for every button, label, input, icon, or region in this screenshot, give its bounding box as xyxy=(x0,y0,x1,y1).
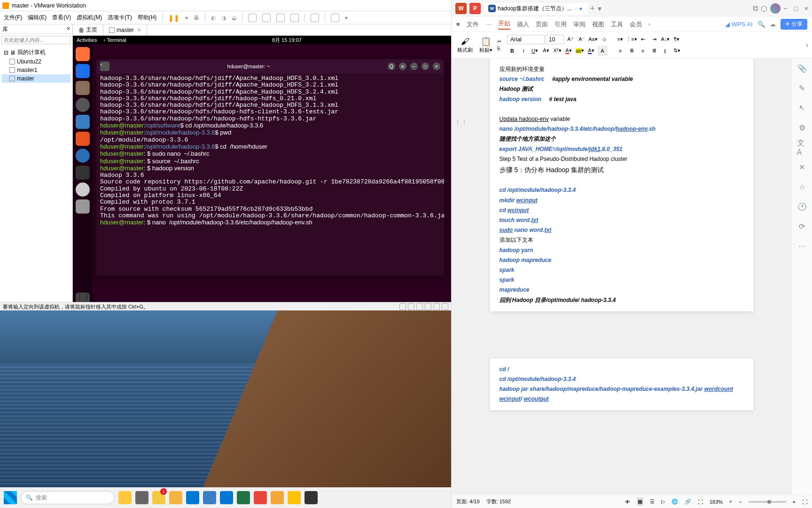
console-icon[interactable] xyxy=(311,14,319,22)
tab-home[interactable]: 主页 xyxy=(73,24,103,35)
change-case-icon[interactable]: Aa▾ xyxy=(588,34,598,45)
line-spacing-icon[interactable]: ⇅▾ xyxy=(671,46,682,56)
terminal-icon[interactable] xyxy=(76,166,90,180)
shading-button[interactable]: A xyxy=(597,46,608,56)
taskbar-search[interactable]: 🔍搜索 xyxy=(21,491,115,504)
italic-button[interactable]: I xyxy=(518,46,529,56)
bookmark-icon[interactable]: 📎 xyxy=(797,63,807,73)
clock-icon[interactable]: 🕐 xyxy=(797,201,807,212)
zoom-in-icon[interactable]: + xyxy=(793,499,796,505)
terminal-window[interactable]: ▫ hduser@master: ~ Q ≡ − □ × hadoop-3.3.… xyxy=(96,59,444,276)
minimize-icon[interactable]: − xyxy=(783,5,787,12)
sync-icon[interactable]: ⟳ xyxy=(797,221,807,231)
align-center-icon[interactable]: ≣ xyxy=(626,46,637,56)
terminal-menu-icon[interactable]: ▫ xyxy=(100,62,109,71)
files-icon[interactable] xyxy=(76,81,90,95)
tree-item-master1[interactable]: master1 xyxy=(2,66,70,74)
more-icon[interactable]: ⋯ xyxy=(485,21,492,28)
taskbar-app-icon[interactable] xyxy=(304,491,318,504)
word-count[interactable]: 字数: 1592 xyxy=(486,498,511,505)
indent-icon[interactable]: ⇥ xyxy=(649,34,659,45)
bold-button[interactable]: B xyxy=(507,46,517,56)
pause-icon[interactable]: ❚❚ xyxy=(168,14,180,22)
start-button[interactable] xyxy=(4,491,17,504)
snapshot-icon[interactable]: 🖶 xyxy=(194,15,199,21)
document-page[interactable]: 应用新的环境变量 source ~/.bashrc #apply environ… xyxy=(490,58,753,311)
software-icon[interactable] xyxy=(76,132,90,146)
taskbar-app-icon[interactable] xyxy=(254,491,267,504)
wps-pdf-icon[interactable]: P xyxy=(469,3,481,14)
tab-master[interactable]: master× xyxy=(103,24,147,35)
distribute-icon[interactable]: ⫿ xyxy=(660,46,671,56)
copy-icon[interactable]: ⎘ xyxy=(497,46,501,51)
document-tab[interactable]: Whadoop集群搭建（三节点）...○● xyxy=(484,3,587,15)
align-left-icon[interactable]: ≡ xyxy=(615,46,625,56)
paste-icon[interactable]: 📋 xyxy=(481,36,491,47)
show-marks-icon[interactable]: ¶▾ xyxy=(671,34,682,45)
thunderbird-icon[interactable] xyxy=(76,64,90,78)
unity-icon[interactable] xyxy=(290,14,299,22)
font-select[interactable] xyxy=(507,35,545,44)
device-icon[interactable] xyxy=(408,303,414,310)
cursor-icon[interactable]: ↖ xyxy=(797,103,807,113)
view-print-icon[interactable]: ▦ xyxy=(637,498,643,506)
taskbar-app-icon[interactable] xyxy=(118,491,132,504)
document-page-2[interactable]: cd / cd /opt/module/hadoop-3.3.4 hadoop … xyxy=(490,358,753,411)
terminal-content[interactable]: hadoop-3.3.6/share/hadoop/hdfs/jdiff/Apa… xyxy=(96,73,444,229)
hamburger-icon[interactable]: ≡ xyxy=(456,21,460,28)
chevron-right-icon[interactable]: › xyxy=(648,21,650,28)
taskbar-app-icon[interactable] xyxy=(271,491,284,504)
tools-icon[interactable]: ✕ xyxy=(797,162,807,172)
format-brush-icon[interactable]: 🖌 xyxy=(461,37,469,47)
device-icon[interactable] xyxy=(433,303,440,310)
page-count[interactable]: 页面: 4/10 xyxy=(456,498,480,505)
search-icon[interactable]: Q xyxy=(388,63,395,70)
terminal-indicator[interactable]: ▫ Terminal xyxy=(103,37,126,43)
justify-icon[interactable]: ≣ xyxy=(649,46,659,56)
menu-vm[interactable]: 虚拟机(M) xyxy=(77,14,102,22)
datetime-display[interactable]: 8月 15 19:07 xyxy=(126,37,447,44)
outdent-icon[interactable]: ⇤ xyxy=(638,34,648,45)
play-dropdown[interactable]: ▾ xyxy=(185,15,188,21)
device-icon[interactable] xyxy=(425,303,431,310)
trash-icon[interactable] xyxy=(76,199,90,214)
close-icon[interactable]: × xyxy=(433,63,440,70)
zoom-out-icon[interactable]: − xyxy=(739,499,742,505)
font-color2-button[interactable]: A▾ xyxy=(586,46,596,56)
document-viewport[interactable]: ⋮⋮ 应用新的环境变量 source ~/.bashrc #apply envi… xyxy=(452,58,791,495)
menu-edit[interactable]: 编辑(E) xyxy=(28,14,47,22)
activities-button[interactable]: Activities xyxy=(77,37,97,43)
fit-icon[interactable]: ⛶ xyxy=(698,499,703,505)
menu-review[interactable]: 审阅 xyxy=(573,20,586,29)
menu-tools[interactable]: 工具 xyxy=(611,20,623,29)
size-select[interactable] xyxy=(546,35,564,44)
device-icon[interactable] xyxy=(442,303,448,310)
pencil-icon[interactable]: ✎ xyxy=(797,83,807,93)
firefox-icon[interactable] xyxy=(76,47,90,61)
bullet-list-icon[interactable]: ≡▾ xyxy=(615,34,625,45)
tool-icon[interactable]: ◑ xyxy=(221,15,226,21)
menu-insert[interactable]: 插入 xyxy=(517,20,529,29)
tree-root[interactable]: ⊟ 🖥我的计算机 xyxy=(2,48,70,57)
highlight-button[interactable]: ab▾ xyxy=(575,46,585,56)
taskbar-app-icon[interactable] xyxy=(186,491,199,504)
align-right-icon[interactable]: ≡ xyxy=(638,46,648,56)
ubuntu-desktop[interactable]: Activities▫ Terminal 8月 15 19:07 ⋮⋮⋮ xyxy=(73,36,451,310)
fullscreen-icon[interactable] xyxy=(276,14,285,22)
settings-icon[interactable]: ⚙ xyxy=(797,122,807,133)
superscript-button[interactable]: X²▾ xyxy=(552,46,562,56)
help-icon[interactable] xyxy=(76,149,90,163)
tool-icon[interactable]: ◒ xyxy=(232,15,236,21)
expand-toolbar-icon[interactable]: › xyxy=(806,41,808,49)
more-icon[interactable]: ⋯ xyxy=(797,241,807,251)
fullscreen-icon[interactable]: ⛶ xyxy=(802,499,807,505)
wps-home-icon[interactable]: W xyxy=(455,3,467,14)
taskbar-app-icon[interactable] xyxy=(288,491,301,504)
decrease-font-icon[interactable]: A⁻ xyxy=(577,34,587,45)
cloud-icon[interactable]: ☁ xyxy=(770,21,776,28)
device-icon[interactable] xyxy=(416,303,423,310)
menu-tabs[interactable]: 选项卡(T) xyxy=(108,14,132,22)
minimize-icon[interactable]: − xyxy=(410,63,418,70)
tree-item-master[interactable]: master xyxy=(2,74,70,83)
menu-member[interactable]: 会员 xyxy=(630,20,642,29)
